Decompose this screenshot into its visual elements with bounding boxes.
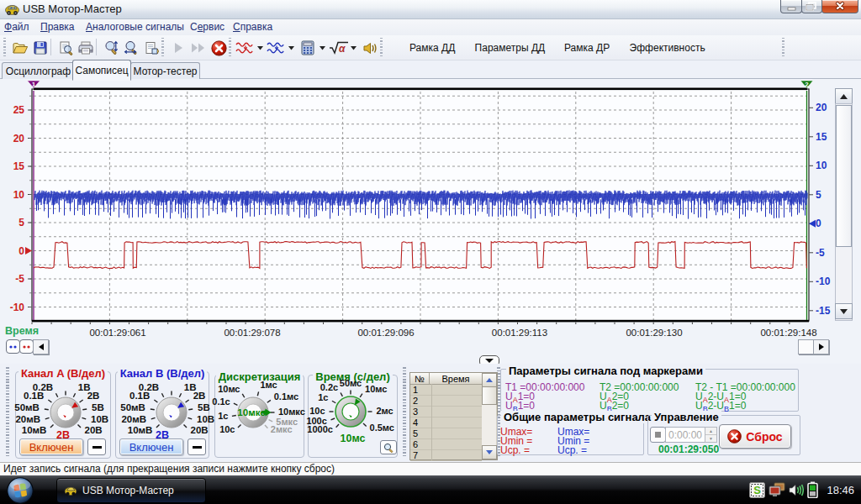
tab-motor-tester[interactable]: Мотор-тестер xyxy=(130,62,200,79)
menu-item-5[interactable]: Справка xyxy=(233,21,272,33)
chart-section: 2520151050-5-1020151050-5-10-1500:01:29:… xyxy=(0,79,861,365)
chart-scroll-down-button[interactable] xyxy=(835,303,853,319)
scroll-left-button[interactable] xyxy=(33,339,49,354)
table-row-1-time[interactable] xyxy=(430,384,482,396)
stop-record-icon[interactable] xyxy=(209,38,229,58)
svg-text:-10: -10 xyxy=(816,276,831,287)
channel-b-collapse-button[interactable] xyxy=(188,438,206,455)
chart-scroll-up-button[interactable] xyxy=(835,88,853,104)
restore-button[interactable] xyxy=(801,0,822,13)
marker-1-dots-button[interactable] xyxy=(6,339,20,354)
toolbar-gripper[interactable] xyxy=(229,38,231,56)
menu-item-1[interactable]: Файл xyxy=(4,21,29,33)
spinner-up-icon[interactable]: ▲ xyxy=(705,428,716,434)
toolbar-button-рамка-дд[interactable]: Рамка ДД xyxy=(404,38,460,58)
sqrt-alpha-dropdown-arrow[interactable] xyxy=(349,38,358,58)
speaker-volume-icon[interactable] xyxy=(789,483,804,497)
sampling-scale-10с: 10с xyxy=(219,424,235,434)
minimize-button[interactable] xyxy=(780,0,802,13)
taskbar-clock[interactable]: 18:46 xyxy=(827,484,854,496)
channel-b-power-button[interactable]: Включен xyxy=(119,438,183,455)
table-header-n[interactable]: № xyxy=(410,373,430,385)
wave-blue-icon[interactable] xyxy=(267,38,287,58)
toolbar-gripper[interactable] xyxy=(161,38,164,56)
zoom-horizontal-icon[interactable] xyxy=(121,38,141,58)
calculator-icon[interactable] xyxy=(298,38,318,58)
control-timer-spinner[interactable]: ▲▼ xyxy=(705,427,717,443)
zoom-vertical-icon[interactable] xyxy=(101,38,121,58)
calculator-dropdown-arrow[interactable] xyxy=(318,38,327,58)
toolbar-button-эффективность[interactable]: Эффективность xyxy=(625,38,710,58)
table-scrollbar-thumb[interactable] xyxy=(482,386,497,405)
scroll-right-button[interactable] xyxy=(813,339,829,354)
group-legend: Канал B (В/дел) xyxy=(116,365,209,381)
menu-item-4[interactable]: Сервис xyxy=(190,21,224,33)
svg-text:10: 10 xyxy=(13,189,25,201)
channel-a-power-button[interactable]: Включен xyxy=(19,438,83,455)
toolbar-gripper[interactable] xyxy=(3,38,6,56)
channel-b-group: Канал B (В/дел)10мВ20мВ50мВ0.1В0.2В1В2В5… xyxy=(115,371,209,459)
channel-a-collapse-button[interactable] xyxy=(87,438,106,455)
wave-blue-dropdown-arrow[interactable] xyxy=(287,38,296,58)
taskbar-app-button[interactable]: USB Мотор-Мастер xyxy=(56,478,206,503)
fast-forward-icon[interactable] xyxy=(188,38,209,58)
sqrt-alpha-icon[interactable]: α xyxy=(329,38,349,58)
print-icon[interactable] xyxy=(76,38,96,58)
marker-2-dots-button[interactable] xyxy=(19,339,34,354)
toolbar-gripper[interactable] xyxy=(380,38,383,56)
battery-icon[interactable] xyxy=(807,481,818,498)
tab-oscilloscope[interactable]: Осциллограф xyxy=(2,62,75,79)
group-legend: Канал A (В/дел) xyxy=(16,365,110,381)
title-bar[interactable]: USB Мотор-Мастер xyxy=(0,0,861,19)
wave-red-icon[interactable] xyxy=(235,38,256,58)
table-row-3-time[interactable] xyxy=(430,406,482,417)
table-row-4-time[interactable] xyxy=(430,417,482,428)
timebase-zoom-button[interactable] xyxy=(380,440,397,454)
start-button-orb[interactable] xyxy=(3,477,38,504)
panel-gripper[interactable] xyxy=(403,367,406,456)
network-monitors-icon[interactable] xyxy=(769,482,785,497)
table-header-time[interactable]: Время xyxy=(430,373,483,385)
table-scroll-down-button[interactable] xyxy=(482,445,497,459)
toolbar-gripper[interactable] xyxy=(782,38,784,56)
close-button[interactable] xyxy=(821,0,858,13)
timebase-scale-10мс: 10мс xyxy=(365,384,387,394)
menu-item-2[interactable]: Правка xyxy=(40,21,75,33)
reset-button[interactable]: Сброс xyxy=(719,424,791,449)
status-message: Идет запись сигнала (для прекращения зап… xyxy=(3,463,335,475)
taskbar: USB Мотор-Мастер S xyxy=(0,475,861,504)
table-scrollbar[interactable] xyxy=(482,373,496,458)
table-scroll-up-button[interactable] xyxy=(482,373,497,387)
play-icon[interactable] xyxy=(168,38,188,58)
group-legend: Дискретизация xyxy=(215,369,304,384)
sampling-scale-2мкс: 2мкс xyxy=(271,424,293,434)
table-row-2-time[interactable] xyxy=(430,395,482,407)
svg-text:20: 20 xyxy=(13,133,25,144)
hscrollbar-thumb[interactable] xyxy=(798,339,814,354)
sampling-knob[interactable]: 10с1с0.1с10мс1мс0.1мс10мкс5мкс2мкс10мкс xyxy=(215,384,304,444)
spinner-down-icon[interactable]: ▼ xyxy=(705,434,716,442)
open-folder-icon[interactable] xyxy=(10,38,30,58)
table-row-5-time[interactable] xyxy=(430,428,482,439)
wave-red-dropdown-arrow[interactable] xyxy=(256,38,265,58)
svg-text:00:01:29:061: 00:01:29:061 xyxy=(89,328,145,338)
svg-text:-10: -10 xyxy=(10,302,25,313)
green-s-icon[interactable]: S xyxy=(749,482,765,498)
control-stop-button[interactable] xyxy=(650,427,666,443)
save-floppy-icon[interactable] xyxy=(30,38,50,58)
chart-vscrollbar-thumb[interactable] xyxy=(836,105,852,247)
control-timer-field[interactable]: 0:00:00 xyxy=(665,427,705,443)
table-row-7-time[interactable] xyxy=(430,449,482,461)
timebase-scale-50мс: 50мс xyxy=(340,378,362,388)
speaker-icon[interactable] xyxy=(360,38,380,58)
toolbar-button-рамка-др[interactable]: Рамка ДР xyxy=(559,38,615,58)
panel-gripper[interactable] xyxy=(6,367,9,456)
menu-item-3[interactable]: Аналоговые сигналы xyxy=(86,21,184,33)
page-zoom-icon[interactable] xyxy=(141,38,161,58)
recorder-chart[interactable]: 2520151050-5-1020151050-5-10-1500:01:29:… xyxy=(0,79,861,364)
tab-recorder[interactable]: Самописец xyxy=(72,60,131,81)
print-preview-icon[interactable] xyxy=(55,38,76,58)
table-row-6-time[interactable] xyxy=(430,438,482,450)
toolbar-button-параметры-дд[interactable]: Параметры ДД xyxy=(470,38,551,58)
general-params-title: Общие параметры сигнала xyxy=(501,411,653,423)
